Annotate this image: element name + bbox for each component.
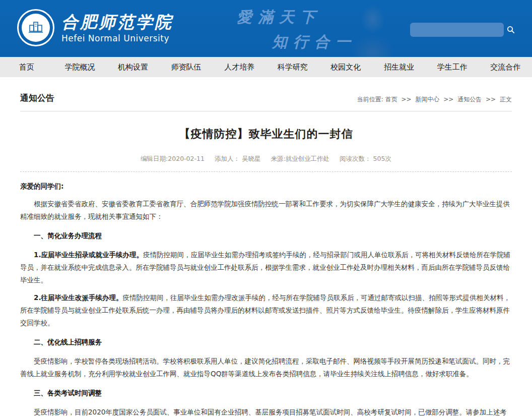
- nav-item-admissions[interactable]: 招生就业: [372, 57, 426, 77]
- article-heading-1: 一、简化业务办理流程: [20, 229, 512, 242]
- nav-item-talent[interactable]: 人才培养: [213, 57, 266, 77]
- breadcrumb-link-notices[interactable]: 通知公告: [457, 96, 482, 103]
- main-nav: 首页 学院概况 机构设置 师资队伍 人才培养 科学研究 校园文化 招生就业 学生…: [0, 57, 532, 77]
- article-greeting: 亲爱的同学们:: [20, 180, 512, 193]
- breadcrumb-separator: >>: [443, 96, 453, 103]
- article-title: 【疫情防控】致毕业生们的一封信: [20, 127, 512, 142]
- paragraph-2-lead: 2.往届毕业生改派手续办理。: [34, 293, 123, 302]
- article-paragraph-4: 受疫情影响，目前2020年度国家公务员面试、事业单位和国有企业招聘、基层服务项目…: [20, 406, 512, 417]
- nav-item-student-affairs[interactable]: 学生工作: [426, 57, 479, 77]
- meta-edit-date: 编辑日期:2020-02-11: [141, 155, 205, 162]
- section-divider: [20, 111, 512, 111]
- university-name-block: 合肥师范学院 Hefei Normal University: [61, 12, 173, 43]
- university-logo[interactable]: 合肥师范学院 Hefei Normal University: [17, 9, 173, 46]
- article-body: 亲爱的同学们: 根据安徽省委省政府、安徽省委教育工委省教育厅、合肥师范学院加强疫…: [20, 180, 512, 417]
- breadcrumb-prefix: 当前位置:: [357, 96, 383, 103]
- article-paragraph-1: 1.应届毕业生招录或就业手续办理。疫情防控期间，应届毕业生如需办理招考或签约手续…: [20, 249, 512, 286]
- nav-item-faculty[interactable]: 师资队伍: [160, 57, 213, 77]
- article-paragraph-intro: 根据安徽省委省政府、安徽省委教育工委省教育厅、合肥师范学院加强疫情防控统一部署和…: [20, 198, 512, 223]
- nav-item-research[interactable]: 科学研究: [266, 57, 319, 77]
- article-heading-2: 二、优化线上招聘服务: [20, 336, 512, 348]
- section-head: 通知公告 当前位置: 首页 >> 新闻中心 >> 通知公告 >> 正文: [20, 92, 512, 104]
- section-title: 通知公告: [20, 92, 54, 104]
- university-seal-icon: [17, 9, 54, 46]
- slogan-line1: 愛滿天下: [237, 7, 357, 28]
- breadcrumb: 当前位置: 首页 >> 新闻中心 >> 通知公告 >> 正文: [357, 95, 512, 104]
- breadcrumb-current: 正文: [500, 96, 512, 103]
- breadcrumb-link-home[interactable]: 首页: [385, 96, 397, 103]
- slogan-line2: 知行合一: [272, 32, 357, 52]
- nav-item-cooperation[interactable]: 交流合作: [479, 57, 532, 77]
- article-paragraph-2: 2.往届毕业生改派手续办理。疫情防控期间，往届毕业生如需办理改派手续的，经与所在…: [20, 291, 512, 329]
- article-meta: 编辑日期:2020-02-11 添加人： 吴晓星 来源:就业创业工作处 阅读次数…: [20, 155, 512, 163]
- breadcrumb-separator: >>: [486, 96, 496, 103]
- slogan-calligraphy: 愛滿天下 知行合一: [237, 7, 357, 52]
- university-name-en: Hefei Normal University: [61, 33, 173, 43]
- meta-divider: [20, 171, 512, 172]
- search-input[interactable]: [410, 23, 507, 37]
- main-content: 通知公告 当前位置: 首页 >> 新闻中心 >> 通知公告 >> 正文 【疫情防…: [0, 92, 532, 417]
- meta-source: 来源:就业创业工作处: [271, 155, 329, 162]
- site-header: 合肥师范学院 Hefei Normal University 愛滿天下 知行合一: [0, 0, 532, 57]
- breadcrumb-separator: >>: [402, 96, 412, 103]
- nav-item-home[interactable]: 首页: [0, 57, 53, 77]
- nav-item-overview[interactable]: 学院概况: [53, 57, 107, 77]
- paragraph-1-lead: 1.应届毕业生招录或就业手续办理。: [34, 251, 143, 259]
- search-icon: [507, 26, 515, 34]
- article-heading-3: 三、各类考试时间调整: [20, 387, 512, 399]
- search-button[interactable]: [507, 23, 515, 37]
- meta-views: 阅读次数： 505次: [340, 155, 391, 162]
- seal-building-icon: [27, 20, 44, 35]
- meta-adder: 添加人： 吴晓星: [215, 155, 260, 162]
- university-name-zh: 合肥师范学院: [61, 12, 173, 32]
- search-box: [410, 23, 504, 37]
- article-paragraph-3: 受疫情影响，学校暂停各类现场招聘活动。学校将积极联系用人单位，建议简化招聘流程，…: [20, 355, 512, 380]
- breadcrumb-link-news-center[interactable]: 新闻中心: [415, 96, 439, 103]
- nav-item-departments[interactable]: 机构设置: [106, 57, 160, 77]
- nav-item-campus-culture[interactable]: 校园文化: [319, 57, 373, 77]
